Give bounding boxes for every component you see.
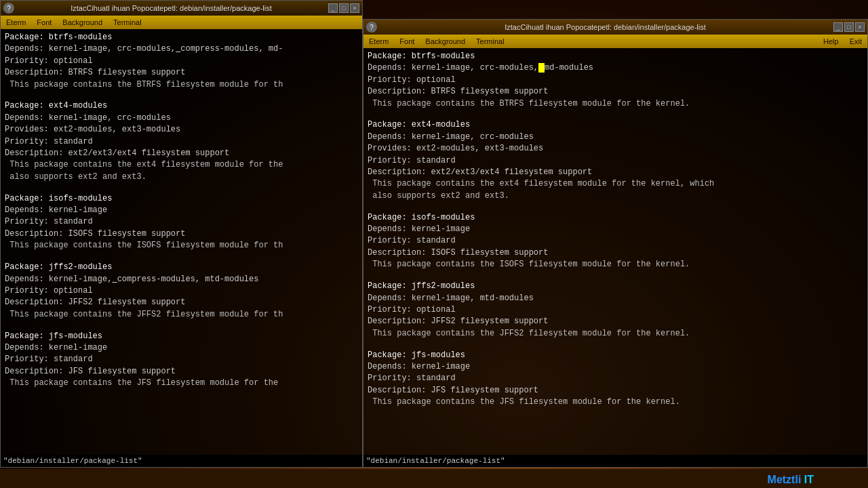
- desc-jfs-right: Description: JFS filesystem support: [368, 385, 863, 396]
- minimize-button-right[interactable]: _: [833, 22, 843, 32]
- menu-font-left[interactable]: Font: [34, 18, 54, 27]
- desktop: ? IztacCihuatl ihuan Popocatepetl: debia…: [0, 0, 868, 488]
- minimize-button-left[interactable]: _: [328, 3, 338, 13]
- status-text-left: "debian/installer/package-list": [3, 457, 142, 465]
- pri-jfs-right: Priority: standard: [368, 373, 863, 384]
- maximize-button-right[interactable]: □: [844, 22, 854, 32]
- pkg-ext4-left: Package: ext4-modules: [5, 100, 358, 112]
- pri-jfs-left: Priority: standard: [5, 354, 358, 365]
- empty-1-left: [5, 91, 358, 101]
- menu-background-right[interactable]: Background: [422, 37, 468, 46]
- body-isofs-right: This package contains the ISOFS filesyst…: [368, 259, 863, 270]
- dep-ext4-right: Depends: kernel-image, crc-modules: [368, 131, 863, 143]
- pkg-btrfs-left: Package: btrfs-modules: [5, 32, 358, 43]
- body-jffs2-left: This package contains the JFFS2 filesyst…: [5, 309, 358, 321]
- body2-ext4-left: also supports ext2 and ext3.: [5, 171, 358, 183]
- taskbar: Metztli IT: [0, 469, 868, 488]
- maximize-button-left[interactable]: □: [339, 3, 349, 13]
- title-bar-icons-right: ?: [366, 22, 377, 33]
- empty-3-left: [5, 252, 358, 262]
- help-icon-left[interactable]: ?: [3, 3, 14, 14]
- empty-4-left: [5, 321, 358, 331]
- desc-jffs2-right: Description: JFFS2 filesystem support: [368, 316, 863, 327]
- pri-isofs-left: Priority: standard: [5, 216, 358, 228]
- pri-isofs-right: Priority: standard: [368, 235, 863, 247]
- terminal-window-left: ? IztacCihuatl ihuan Popocatepetl: debia…: [0, 0, 363, 468]
- status-bar-left: "debian/installer/package-list": [1, 455, 362, 467]
- dep-isofs-left: Depends: kernel-image: [5, 205, 358, 216]
- body-jfs-right: This package contains the JFS filesystem…: [368, 396, 863, 408]
- menu-eterm-left[interactable]: Eterm: [3, 18, 28, 27]
- pri-jffs2-right: Priority: optional: [368, 304, 863, 316]
- prov-ext4-left: Provides: ext2-modules, ext3-modules: [5, 124, 358, 136]
- desc-ext4-right: Description: ext2/ext3/ext4 filesystem s…: [368, 167, 863, 178]
- menu-terminal-left[interactable]: Terminal: [111, 18, 144, 27]
- desc-btrfs-right: Description: BTRFS filesystem support: [368, 86, 863, 98]
- menu-bar-left: Eterm Font Background Terminal: [1, 16, 362, 29]
- menu-bar-right: Eterm Font Background Terminal Help Exit: [363, 35, 867, 48]
- logo-metztli: Metztli: [768, 474, 802, 485]
- pkg-jffs2-left: Package: jffs2-modules: [5, 262, 358, 273]
- pkg-btrfs-right: Package: btrfs-modules: [368, 51, 863, 62]
- desc-isofs-left: Description: ISOFS filesystem support: [5, 228, 358, 240]
- body-isofs-left: This package contains the ISOFS filesyst…: [5, 240, 358, 251]
- body2-ext4-right: also supports ext2 and ext3.: [368, 190, 863, 202]
- title-bar-buttons-left: _ □ ×: [328, 3, 359, 13]
- desc-jfs-left: Description: JFS filesystem support: [5, 366, 358, 378]
- desc-jffs2-left: Description: JFFS2 filesystem support: [5, 297, 358, 308]
- dep-jffs2-left: Depends: kernel-image, compress-modules,…: [5, 274, 358, 285]
- pkg-jffs2-right: Package: jffs2-modules: [368, 281, 863, 292]
- menu-exit-right[interactable]: Exit: [847, 37, 865, 46]
- menu-eterm-right[interactable]: Eterm: [366, 37, 391, 46]
- menu-terminal-right[interactable]: Terminal: [473, 37, 507, 46]
- pri-btrfs-right: Priority: optional: [368, 75, 863, 86]
- body-btrfs-left: This package contains the BTRFS filesyst…: [5, 79, 358, 91]
- pkg-jfs-right: Package: jfs-modules: [368, 350, 863, 361]
- menu-background-left[interactable]: Background: [60, 18, 105, 27]
- terminal-body-left[interactable]: Package: btrfs-modules Depends: kernel-i…: [1, 29, 362, 455]
- pkg-isofs-right: Package: isofs-modules: [368, 212, 863, 224]
- desc-ext4-left: Description: ext2/ext3/ext4 filesystem s…: [5, 148, 358, 159]
- menu-help-right[interactable]: Help: [821, 37, 842, 46]
- dep-ext4-left: Depends: kernel-image, crc-modules: [5, 113, 358, 124]
- title-bar-right: ? IztacCihuatl ihuan Popocatepetl: debia…: [363, 20, 867, 35]
- dep-isofs-right: Depends: kernel-image: [368, 224, 863, 235]
- menu-font-right[interactable]: Font: [397, 37, 417, 46]
- taskbar-logo: Metztli IT: [768, 472, 814, 487]
- empty-4-right: [368, 340, 863, 350]
- pri-btrfs-left: Priority: optional: [5, 56, 358, 67]
- body-btrfs-right: This package contains the BTRFS filesyst…: [368, 98, 863, 110]
- logo-it: IT: [801, 474, 814, 485]
- pkg-jfs-left: Package: jfs-modules: [5, 331, 358, 342]
- dep-jfs-left: Depends: kernel-image: [5, 342, 358, 354]
- pkg-ext4-right: Package: ext4-modules: [368, 119, 863, 131]
- title-bar-icons-left: ?: [3, 3, 14, 14]
- desc-isofs-right: Description: ISOFS filesystem support: [368, 247, 863, 259]
- close-button-left[interactable]: ×: [350, 3, 359, 13]
- status-bar-right: "debian/installer/package-list": [363, 455, 867, 467]
- help-icon-right[interactable]: ?: [366, 22, 377, 33]
- terminal-window-right: ? IztacCihuatl ihuan Popocatepetl: debia…: [363, 19, 868, 468]
- body-jffs2-right: This package contains the JFFS2 filesyst…: [368, 328, 863, 340]
- close-button-right[interactable]: ×: [855, 22, 865, 32]
- title-left: IztacCihuatl ihuan Popocatepetl: debian/…: [14, 4, 328, 12]
- terminal-body-right[interactable]: Package: btrfs-modules Depends: kernel-i…: [363, 48, 867, 455]
- title-bar-buttons-right: _ □ ×: [833, 22, 865, 32]
- empty-3-right: [368, 271, 863, 281]
- dep-btrfs-right: Depends: kernel-image, crc-modules,md-mo…: [368, 62, 863, 74]
- desc-btrfs-left: Description: BTRFS filesystem support: [5, 67, 358, 79]
- pri-jffs2-left: Priority: optional: [5, 285, 358, 297]
- pri-ext4-left: Priority: standard: [5, 136, 358, 148]
- prov-ext4-right: Provides: ext2-modules, ext3-modules: [368, 143, 863, 155]
- body-ext4-right: This package contains the ext4 filesyste…: [368, 178, 863, 190]
- body-ext4-left: This package contains the ext4 filesyste…: [5, 159, 358, 171]
- status-text-right: "debian/installer/package-list": [366, 457, 505, 465]
- pkg-isofs-left: Package: isofs-modules: [5, 193, 358, 205]
- pri-ext4-right: Priority: standard: [368, 155, 863, 167]
- title-right: IztacCihuatl ihuan Popocatepetl: debian/…: [377, 23, 833, 31]
- empty-2-left: [5, 183, 358, 193]
- menu-right-side: Help Exit: [821, 37, 865, 46]
- title-bar-left: ? IztacCihuatl ihuan Popocatepetl: debia…: [1, 1, 362, 16]
- body-jfs-left: This package contains the JFS filesystem…: [5, 378, 358, 389]
- dep-jfs-right: Depends: kernel-image: [368, 361, 863, 373]
